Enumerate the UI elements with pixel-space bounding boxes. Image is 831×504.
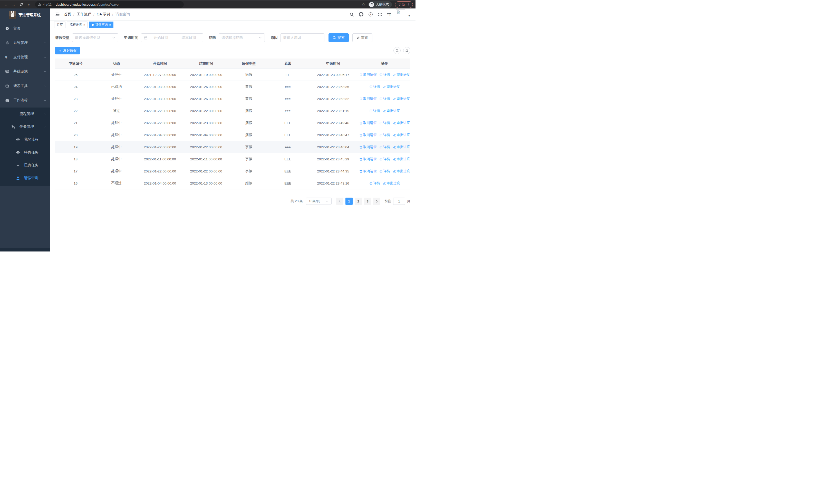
reason-input[interactable]: 请输入原因: [280, 33, 324, 42]
action-label: 审批进度: [397, 121, 410, 125]
detail-action-link[interactable]: 详情: [379, 133, 390, 137]
detail-action-link[interactable]: 详情: [379, 96, 390, 101]
page-button-3[interactable]: 3: [364, 198, 371, 205]
cell-id: 18: [55, 157, 96, 161]
detail-action-link[interactable]: 详情: [379, 169, 390, 174]
detail-action-link[interactable]: 详情: [379, 157, 390, 161]
cell-end: 2022-01-22 00:00:00: [183, 109, 229, 113]
detail-action-link[interactable]: 详情: [379, 121, 390, 125]
detail-action-link[interactable]: 详情: [369, 181, 380, 185]
progress-action-link[interactable]: 审批进度: [393, 157, 410, 161]
sidebar-item-基础设施[interactable]: 基础设施: [0, 64, 50, 79]
goto-page-input[interactable]: 1: [393, 198, 405, 205]
sidebar-item-label: 工作流程: [13, 98, 39, 102]
view-icon: [379, 170, 383, 173]
sidebar-item-label: 请假查询: [24, 176, 47, 180]
action-label: 详情: [373, 181, 380, 185]
leave-type-select[interactable]: 请选择请假类型: [72, 33, 118, 42]
sidebar-item-任务管理[interactable]: 任务管理: [0, 120, 50, 133]
browser-back-button[interactable]: ←: [3, 1, 9, 8]
cancel-action-link[interactable]: 取消请假: [359, 121, 377, 125]
tag-view-流程详情[interactable]: 流程详情×: [67, 22, 87, 28]
progress-action-link[interactable]: 审批进度: [393, 72, 410, 77]
page-button-2[interactable]: 2: [355, 198, 362, 205]
sidebar-collapse-icon[interactable]: [55, 12, 60, 17]
cell-reason: EEE: [268, 181, 307, 185]
prev-page-button[interactable]: [336, 198, 343, 205]
github-icon[interactable]: [359, 12, 364, 17]
show-search-button[interactable]: [394, 47, 401, 54]
progress-action-link[interactable]: 审批进度: [393, 121, 410, 125]
sidebar-item-研发工具[interactable]: 研发工具: [0, 79, 50, 93]
page-size-select[interactable]: 10条/页: [306, 198, 332, 205]
detail-action-link[interactable]: 详情: [369, 109, 380, 113]
cancel-action-link[interactable]: 取消请假: [359, 145, 377, 149]
next-page-button[interactable]: [373, 198, 380, 205]
browser-home-button[interactable]: ⌂: [26, 1, 32, 8]
sidebar-item-待办任务[interactable]: 待办任务: [0, 146, 50, 159]
browser-update-button[interactable]: 更新 ⋮: [395, 1, 413, 8]
chevron-down-icon[interactable]: ▼: [408, 11, 410, 17]
progress-action-link[interactable]: 审批进度: [393, 96, 410, 101]
search-icon[interactable]: [349, 12, 354, 17]
sidebar-item-流程管理[interactable]: 流程管理: [0, 108, 50, 120]
cancel-action-link[interactable]: 取消请假: [359, 169, 377, 174]
tag-view-首页[interactable]: 首页: [54, 22, 65, 28]
tag-label: 流程详情: [69, 23, 82, 27]
column-header-申请编号: 申请编号: [55, 61, 96, 66]
progress-action-link[interactable]: 审批进度: [393, 169, 410, 174]
bookmark-star-icon[interactable]: ☆: [362, 2, 365, 7]
reset-button[interactable]: 重置: [352, 33, 372, 42]
close-icon[interactable]: ×: [109, 23, 111, 26]
avatar[interactable]: [396, 9, 405, 19]
progress-action-link[interactable]: 审批进度: [393, 145, 410, 149]
browser-menu-icon[interactable]: ⋮: [407, 3, 410, 6]
tag-view-请假查询[interactable]: 请假查询×: [89, 22, 113, 28]
sidebar-item-支付管理[interactable]: ¥支付管理: [0, 50, 50, 64]
detail-action-link[interactable]: 详情: [369, 84, 380, 89]
chevron-down-icon: [325, 199, 329, 203]
progress-action-link[interactable]: 审批进度: [393, 133, 410, 137]
table-row: 25处理中2021-12-27 00:00:002022-01-19 00:00…: [55, 69, 410, 81]
create-leave-button[interactable]: ＋ 发起请假: [55, 47, 80, 54]
address-bar[interactable]: 不安全 dashboard.yudao.iocoder.cn/bpm/oa/le…: [35, 1, 184, 8]
refresh-icon: [356, 36, 360, 39]
cancel-action-link[interactable]: 取消请假: [359, 157, 377, 161]
progress-action-link[interactable]: 审批进度: [383, 181, 400, 185]
date-range-picker[interactable]: 开始日期 - 结束日期: [141, 33, 203, 42]
cell-apply: 2022-01-22 23:53:32: [308, 97, 359, 101]
cancel-action-link[interactable]: 取消请假: [359, 133, 377, 137]
cancel-action-link[interactable]: 取消请假: [359, 96, 377, 101]
sidebar-item-工作流程[interactable]: 工作流程: [0, 93, 50, 108]
browser-reload-button[interactable]: [18, 1, 25, 8]
cell-status: 处理中: [96, 121, 137, 125]
trash-icon: [359, 97, 363, 100]
result-select[interactable]: 请选择流结果: [219, 33, 265, 42]
search-button[interactable]: 搜索: [328, 33, 349, 42]
cancel-action-link[interactable]: 取消请假: [359, 72, 377, 77]
fullscreen-icon[interactable]: [378, 12, 382, 17]
sidebar-item-请假查询[interactable]: 请假查询: [0, 172, 50, 184]
sidebar-item-系统管理[interactable]: 系统管理: [0, 36, 50, 50]
face-icon: [16, 138, 20, 142]
font-size-icon[interactable]: TT: [387, 12, 391, 17]
app-logo[interactable]: 芋道管理系统: [0, 8, 50, 21]
breadcrumb-item[interactable]: 工作流程: [77, 12, 91, 17]
action-label: 详情: [383, 121, 390, 125]
breadcrumb-item[interactable]: 首页: [64, 12, 71, 17]
detail-action-link[interactable]: 详情: [379, 72, 390, 77]
sidebar-item-label: 研发工具: [13, 84, 39, 88]
sidebar-item-已办任务[interactable]: 已办任务: [0, 159, 50, 172]
page-button-1[interactable]: 1: [345, 198, 353, 205]
browser-forward-button[interactable]: →: [10, 1, 17, 8]
detail-action-link[interactable]: 详情: [379, 145, 390, 149]
cell-apply: 2022-01-22 23:46:47: [308, 133, 359, 137]
close-icon[interactable]: ×: [83, 23, 85, 26]
breadcrumb-item[interactable]: OA 示例: [97, 12, 110, 17]
refresh-table-button[interactable]: [403, 47, 410, 54]
sidebar-item-我的流程[interactable]: 我的流程: [0, 133, 50, 146]
sidebar-item-首页[interactable]: 首页: [0, 21, 50, 36]
progress-action-link[interactable]: 审批进度: [383, 109, 400, 113]
help-icon[interactable]: ?: [368, 12, 373, 17]
progress-action-link[interactable]: 审批进度: [383, 84, 400, 89]
